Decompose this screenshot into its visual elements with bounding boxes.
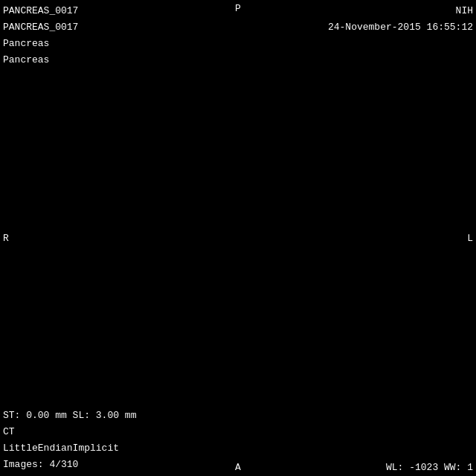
transfer-syntax-label: LittleEndianImplicit <box>3 440 136 457</box>
study-date-time: 24-November-2015 16:55:12 <box>328 19 473 36</box>
institution-label: NIH <box>328 3 473 19</box>
window-level-info: WL: -1023 WW: 1 <box>386 462 473 473</box>
top-right-info: NIH 24-November-2015 16:55:12 <box>328 3 473 36</box>
bottom-left-info: ST: 0.00 mm SL: 3.00 mm CT LittleEndianI… <box>3 408 136 473</box>
patient-id-line1: PANCREAS_0017 <box>3 3 78 19</box>
dicom-viewer: PANCREAS_0017 PANCREAS_0017 Pancreas Pan… <box>0 0 476 476</box>
study-description-line1: Pancreas <box>3 36 78 52</box>
orientation-top-label: P <box>235 3 241 14</box>
study-description-line2: Pancreas <box>3 52 78 68</box>
orientation-right-label: L <box>467 233 473 244</box>
top-center-label: P <box>235 3 241 14</box>
top-left-info: PANCREAS_0017 PANCREAS_0017 Pancreas Pan… <box>3 3 78 68</box>
modality-label: CT <box>3 424 136 440</box>
slice-thickness-info: ST: 0.00 mm SL: 3.00 mm <box>3 408 136 424</box>
image-count-label: Images: 4/310 <box>3 457 136 473</box>
patient-id-line2: PANCREAS_0017 <box>3 19 78 36</box>
orientation-left-label: R <box>3 233 9 244</box>
orientation-bottom-label: A <box>235 462 241 473</box>
